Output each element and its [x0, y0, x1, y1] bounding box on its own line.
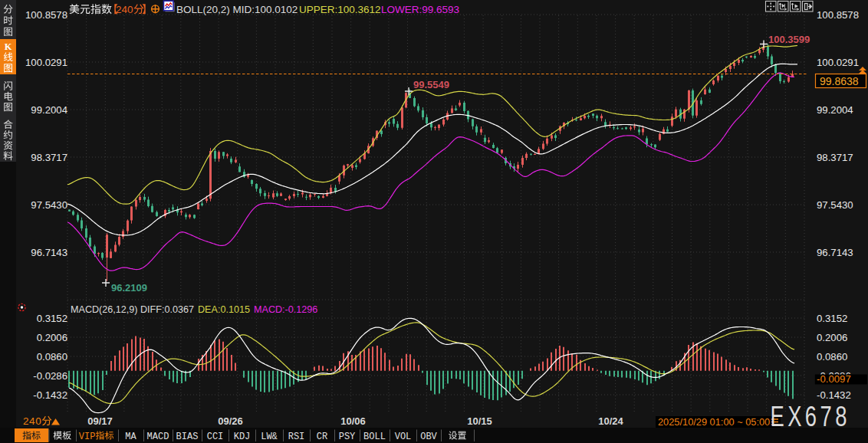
svg-text:98.3717: 98.3717 [31, 152, 67, 163]
svg-text:EX678: EX678 [770, 401, 850, 432]
svg-text:240: 240 [116, 4, 133, 15]
svg-text:CCI: CCI [207, 432, 224, 442]
svg-text:96.7143: 96.7143 [817, 247, 853, 258]
svg-text:BOLL(20,2) MID:100.0102: BOLL(20,2) MID:100.0102 [176, 4, 298, 15]
svg-text:-0.0286: -0.0286 [33, 370, 67, 382]
svg-text:UPPER:100.3612: UPPER:100.3612 [299, 4, 381, 15]
svg-text:100.3599: 100.3599 [768, 34, 810, 45]
svg-text:10/06: 10/06 [340, 415, 366, 427]
svg-text:I: I [84, 432, 90, 442]
svg-text:100.8578: 100.8578 [817, 9, 859, 21]
svg-text:0: 0 [35, 415, 41, 427]
svg-text:96.2109: 96.2109 [111, 282, 147, 294]
svg-text:KDJ: KDJ [234, 432, 251, 442]
svg-text:100.0291: 100.0291 [817, 57, 859, 68]
svg-text:-0.0097: -0.0097 [817, 373, 851, 385]
svg-text:DEA:0.1015: DEA:0.1015 [198, 304, 250, 315]
svg-text:MA: MA [125, 432, 136, 442]
svg-text:99.2004: 99.2004 [817, 104, 853, 116]
svg-text:VOL: VOL [395, 432, 412, 442]
svg-text:0.2006: 0.2006 [817, 332, 847, 343]
svg-text:99.2004: 99.2004 [31, 104, 67, 116]
svg-text:0.0860: 0.0860 [37, 351, 67, 363]
svg-text:2: 2 [23, 415, 29, 427]
svg-text:MACD:-0.1296: MACD:-0.1296 [254, 304, 317, 315]
svg-text:10/15: 10/15 [467, 415, 492, 427]
svg-text:MACD(26,12,9) DIFF:0.0367: MACD(26,12,9) DIFF:0.0367 [71, 304, 194, 315]
svg-text:LOWER:99.6593: LOWER:99.6593 [381, 4, 459, 15]
svg-text:LW&: LW& [261, 432, 278, 442]
svg-text:0.3152: 0.3152 [817, 313, 847, 324]
svg-text:P: P [90, 432, 95, 442]
svg-text:10/24: 10/24 [598, 415, 623, 427]
svg-text:-0.1432: -0.1432 [817, 389, 851, 401]
svg-text:09/17: 09/17 [87, 415, 113, 427]
svg-text:BIAS: BIAS [176, 432, 199, 442]
svg-text:100.8578: 100.8578 [25, 9, 67, 21]
svg-text:99.5549: 99.5549 [413, 79, 449, 90]
svg-text:CR: CR [317, 432, 327, 442]
svg-text:0.0860: 0.0860 [817, 351, 847, 363]
svg-text:OBV: OBV [420, 432, 437, 442]
svg-text:2025/10/29 01:00 ~ 05:00: 2025/10/29 01:00 ~ 05:00 [658, 416, 770, 428]
svg-text:MACD: MACD [147, 432, 169, 442]
svg-text:0.2006: 0.2006 [37, 332, 67, 343]
svg-text:BOLL: BOLL [363, 432, 386, 442]
svg-text:100.0291: 100.0291 [25, 57, 67, 68]
svg-text:09/26: 09/26 [218, 415, 243, 427]
svg-text:-0.1432: -0.1432 [33, 389, 67, 401]
svg-text:98.3717: 98.3717 [817, 152, 853, 163]
svg-text:0.3152: 0.3152 [37, 313, 67, 324]
svg-text:PSY: PSY [339, 432, 356, 442]
svg-text:K: K [5, 41, 12, 52]
svg-text:97.5430: 97.5430 [31, 199, 67, 211]
svg-text:99.8638: 99.8638 [820, 75, 859, 87]
svg-text:RSI: RSI [288, 432, 305, 442]
svg-text:97.5430: 97.5430 [817, 199, 853, 211]
svg-text:4: 4 [29, 415, 35, 427]
svg-text:96.7143: 96.7143 [31, 247, 67, 258]
